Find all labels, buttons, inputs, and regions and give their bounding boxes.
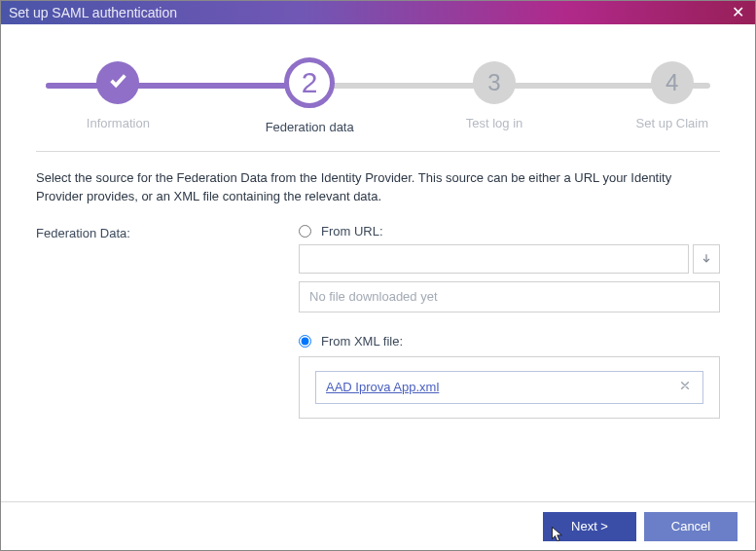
step-label: Test log in [436,116,553,130]
window-title: Set up SAML authentication [9,1,177,24]
download-button[interactable] [693,244,720,274]
from-url-radio[interactable] [299,225,311,238]
from-xml-option[interactable]: From XML file: [299,334,720,349]
step-number: 3 [473,61,516,104]
next-button[interactable]: Next > [543,512,636,541]
dialog-footer: Next > Cancel [1,501,755,550]
download-icon [700,252,713,266]
federation-data-options: From URL: No file downloaded yet From XM… [299,224,720,419]
from-url-label: From URL: [321,224,383,239]
saml-setup-dialog: Set up SAML authentication ✕ Information… [0,0,756,551]
from-xml-label: From XML file: [321,334,403,349]
cancel-button[interactable]: Cancel [644,512,738,541]
remove-file-button[interactable] [677,378,693,396]
close-icon[interactable]: ✕ [728,1,747,24]
divider [36,151,720,152]
instruction-text: Select the source for the Federation Dat… [36,169,720,206]
federation-data-label: Federation Data: [36,224,299,240]
wizard-steps: Information 2 Federation data 3 Test log… [36,61,720,129]
step-number: 4 [651,61,694,104]
from-xml-radio[interactable] [299,335,311,348]
step-label: Set up Claim [614,116,731,130]
step-number: 2 [284,57,335,108]
xml-file-link[interactable]: AAD Iprova App.xml [326,380,439,394]
step-label: Information [59,116,176,130]
step-federation-data: 2 Federation data [251,61,368,134]
xml-file-block: AAD Iprova App.xml [299,356,720,419]
remove-icon [677,378,693,393]
step-label: Federation data [251,120,368,134]
dialog-content: Information 2 Federation data 3 Test log… [1,24,755,419]
xml-file-chip: AAD Iprova App.xml [315,371,703,404]
url-status: No file downloaded yet [299,281,720,312]
step-test-login: 3 Test log in [436,61,553,130]
url-input-row [299,244,720,274]
step-information: Information [59,61,176,130]
from-url-option[interactable]: From URL: [299,224,720,239]
federation-data-row: Federation Data: From URL: No file downl… [36,224,720,419]
step-setup-claim: 4 Set up Claim [614,61,731,130]
check-icon [96,61,139,104]
url-input[interactable] [299,244,689,274]
titlebar: Set up SAML authentication ✕ [1,1,755,24]
